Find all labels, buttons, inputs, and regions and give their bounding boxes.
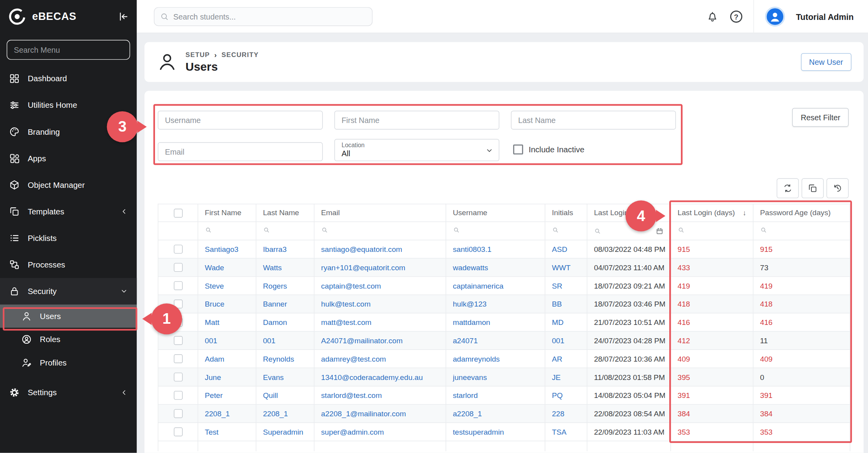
sort-descending-icon[interactable]: ↓ [743, 209, 746, 217]
cell-initials[interactable]: AR [552, 355, 562, 363]
refresh-icon[interactable] [777, 178, 799, 198]
location-select[interactable]: Location All [334, 139, 499, 161]
cell-email[interactable]: matt@test.com [321, 318, 371, 326]
column-header-username[interactable]: Username [446, 204, 545, 221]
cell-email[interactable]: a2208_1@mailinator.com [321, 409, 406, 417]
table-row[interactable]: Bruce Banner hulk@test.com hulk@123 BB 1… [158, 295, 850, 313]
cell-username[interactable]: adamreynolds [453, 355, 500, 363]
cell-username[interactable]: a2208_1 [453, 409, 482, 417]
cell-initials[interactable]: MD [552, 318, 563, 326]
cell-username[interactable]: a24071 [453, 336, 478, 344]
filter-first-name-input[interactable] [334, 111, 499, 130]
row-checkbox[interactable] [173, 391, 182, 400]
column-header-last-login-days[interactable]: Last Login (days)↓ [671, 204, 753, 221]
sidebar-item-settings[interactable]: Settings [0, 379, 137, 406]
sidebar-search-input[interactable] [7, 40, 130, 60]
column-filter-initials[interactable] [545, 222, 587, 240]
cell-initials[interactable]: ASD [552, 245, 567, 253]
row-checkbox[interactable] [173, 409, 182, 418]
cell-email[interactable]: santiago@equatorit.com [321, 245, 402, 253]
cell-email[interactable]: captain@test.com [321, 282, 381, 290]
row-checkbox[interactable] [173, 428, 182, 437]
cell-last-name[interactable]: 001 [263, 336, 275, 344]
user-avatar[interactable] [765, 7, 785, 27]
sidebar-item-apps[interactable]: Apps [0, 145, 137, 171]
table-row[interactable]: Santiago3 Ibarra3 santiago@equatorit.com… [158, 240, 850, 259]
student-search-input[interactable] [173, 12, 367, 21]
cell-initials[interactable]: BB [552, 300, 562, 308]
row-checkbox[interactable] [173, 245, 182, 254]
cell-email[interactable]: A24071@mailinator.com [321, 336, 403, 344]
cell-username[interactable]: wadewatts [453, 263, 488, 271]
breadcrumb-setup[interactable]: SETUP [185, 51, 210, 59]
cell-initials[interactable]: 001 [552, 336, 564, 344]
include-inactive-checkbox[interactable]: Include Inactive [513, 144, 585, 155]
calendar-icon[interactable] [656, 227, 664, 235]
collapse-sidebar-icon[interactable] [117, 11, 129, 23]
new-user-button[interactable]: New User [801, 53, 852, 71]
cell-username[interactable]: captainamerica [453, 282, 504, 290]
cell-email[interactable]: starlord@test.com [321, 391, 382, 399]
sidebar-item-dashboard[interactable]: Dashboard [0, 65, 137, 92]
column-header-first-name[interactable]: First Name [198, 204, 256, 221]
cell-email[interactable]: 13410@coderacademy.edu.au [321, 373, 423, 381]
column-filter-first-name[interactable] [198, 222, 256, 240]
cell-initials[interactable]: WWT [552, 263, 570, 271]
row-checkbox[interactable] [173, 355, 182, 364]
column-filter-username[interactable] [446, 222, 545, 240]
reset-filter-button[interactable]: Reset Filter [792, 108, 848, 127]
row-checkbox[interactable] [173, 263, 182, 272]
cell-email[interactable]: ryan+101@equatorit.com [321, 263, 405, 271]
column-header-initials[interactable]: Initials [545, 204, 587, 221]
filter-username-input[interactable] [158, 111, 323, 130]
filter-email-input[interactable] [158, 142, 323, 161]
cell-email[interactable]: adamrey@test.com [321, 355, 386, 363]
sidebar-item-users[interactable]: Users [0, 305, 137, 328]
select-all-checkbox[interactable] [173, 209, 182, 218]
cell-username[interactable]: hulk@123 [453, 300, 487, 308]
column-header-last-name[interactable]: Last Name [256, 204, 314, 221]
cell-initials[interactable]: 228 [552, 409, 564, 417]
column-header-email[interactable]: Email [314, 204, 446, 221]
column-filter-email[interactable] [314, 222, 446, 240]
cell-first-name[interactable]: Adam [205, 355, 225, 363]
cell-first-name[interactable]: Bruce [205, 300, 225, 308]
sidebar-item-object-manager[interactable]: Object Manager [0, 171, 137, 198]
cell-email[interactable]: hulk@test.com [321, 300, 371, 308]
cell-last-name[interactable]: 2208_1 [263, 409, 288, 417]
table-row[interactable]: 001 001 A24071@mailinator.com a24071 001… [158, 332, 850, 350]
restore-layout-history-icon[interactable] [827, 178, 849, 198]
sidebar-item-picklists[interactable]: Picklists [0, 225, 137, 251]
cell-first-name[interactable]: 001 [205, 336, 217, 344]
table-row[interactable]: Test Superadmin super@admin.com testsupe… [158, 423, 850, 441]
cell-first-name[interactable]: Matt [205, 318, 219, 326]
cell-initials[interactable]: SR [552, 282, 562, 290]
row-checkbox[interactable] [173, 282, 182, 291]
cell-initials[interactable]: TSA [552, 428, 566, 436]
sidebar-item-roles[interactable]: Roles [0, 328, 137, 351]
cell-initials[interactable]: JE [552, 373, 560, 381]
cell-username[interactable]: mattdamon [453, 318, 490, 326]
cell-first-name[interactable]: Test [205, 428, 219, 436]
column-filter-password-age-days[interactable] [753, 222, 850, 240]
cell-last-name[interactable]: Quill [263, 391, 278, 399]
cell-last-name[interactable]: Watts [263, 263, 282, 271]
column-header-password-age-days[interactable]: Password Age (days) [753, 204, 850, 221]
cell-last-name[interactable]: Superadmin [263, 428, 303, 436]
sidebar-item-processes[interactable]: Processes [0, 251, 137, 278]
cell-last-name[interactable]: Damon [263, 318, 287, 326]
cell-username[interactable]: santi0803.1 [453, 245, 492, 253]
export-copy-icon[interactable] [802, 178, 824, 198]
sidebar-item-profiles[interactable]: Profiles [0, 351, 137, 375]
notifications-bell-icon[interactable] [706, 10, 719, 23]
cell-username[interactable]: starlord [453, 391, 478, 399]
column-filter-last-login-days[interactable] [671, 222, 753, 240]
table-row[interactable]: 2208_1 2208_1 a2208_1@mailinator.com a22… [158, 405, 850, 423]
table-row[interactable]: Wade Watts ryan+101@equatorit.com wadewa… [158, 258, 850, 276]
table-row[interactable]: Peter Quill starlord@test.com starlord P… [158, 386, 850, 405]
sidebar-item-security[interactable]: Security [0, 278, 137, 305]
current-user-name[interactable]: Tutorial Admin [796, 12, 854, 21]
cell-last-name[interactable]: Ibarra3 [263, 245, 287, 253]
cell-last-name[interactable]: Reynolds [263, 355, 294, 363]
cell-first-name[interactable]: Santiago3 [205, 245, 239, 253]
